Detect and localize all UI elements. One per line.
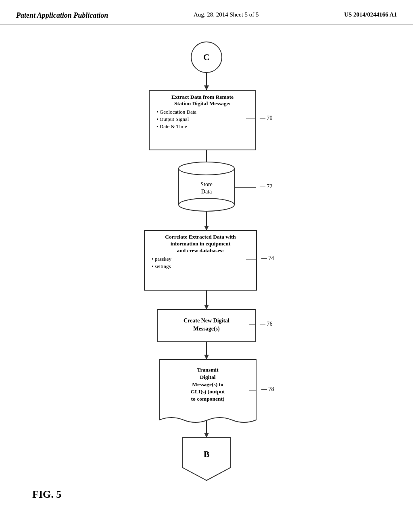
svg-text:• passkey: • passkey [152,256,171,262]
svg-marker-3 [204,85,209,90]
svg-text:— 70: — 70 [259,115,273,121]
svg-text:Data: Data [201,189,212,195]
svg-text:Store: Store [200,181,213,187]
svg-text:information in equipment: information in equipment [171,241,231,247]
svg-point-15 [179,162,234,175]
svg-text:Extract Data from Remote: Extract Data from Remote [171,94,234,100]
svg-text:GLI(s) (output: GLI(s) (output [190,389,225,395]
publication-title: Patent Application Publication [16,11,108,20]
svg-point-16 [179,198,234,211]
svg-text:B: B [204,449,210,459]
svg-text:• settings: • settings [152,263,171,269]
svg-text:— 74: — 74 [261,255,274,261]
page-header: Patent Application Publication Aug. 28, … [0,0,413,25]
svg-text:• Output Signal: • Output Signal [156,116,189,122]
diagram-area: C Extract Data from Remote Station Digit… [0,25,413,525]
svg-marker-39 [204,355,209,360]
flowchart-svg: C Extract Data from Remote Station Digit… [0,25,413,525]
svg-text:and crew databases:: and crew databases: [177,247,224,254]
svg-text:Message(s) to: Message(s) to [192,381,223,387]
svg-text:• Geolocation Data: • Geolocation Data [156,109,196,115]
sheet-info: Aug. 28, 2014 Sheet 5 of 5 [194,11,259,18]
svg-text:Correlate Extracted Data with: Correlate Extracted Data with [165,234,236,240]
svg-text:• Date & Time: • Date & Time [156,123,187,129]
svg-text:Digital: Digital [200,374,216,380]
svg-text:Create New Digital: Create New Digital [184,318,229,324]
svg-marker-50 [182,438,231,480]
svg-text:— 76: — 76 [259,321,273,327]
svg-text:Transmit: Transmit [197,367,219,373]
figure-label: FIG. 5 [32,488,61,501]
patent-number: US 2014/0244166 A1 [344,11,397,18]
svg-text:Message(s): Message(s) [193,326,220,332]
svg-text:C: C [203,52,210,62]
svg-text:— 72: — 72 [259,183,273,189]
svg-marker-49 [204,433,209,438]
svg-text:to component): to component) [191,396,225,402]
svg-text:Station Digital Message:: Station Digital Message: [174,100,231,106]
svg-marker-22 [204,226,209,231]
svg-text:— 78: — 78 [261,386,274,392]
svg-marker-32 [204,305,209,310]
